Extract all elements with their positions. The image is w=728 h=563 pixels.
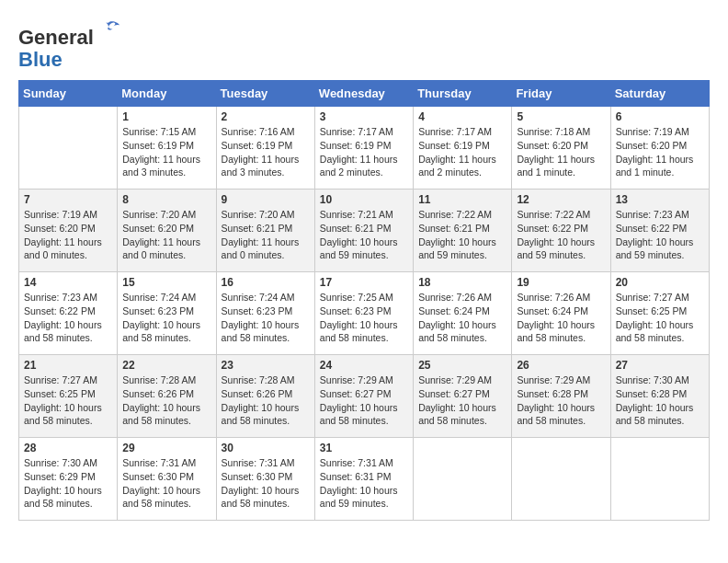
day-info: Sunrise: 7:19 AMSunset: 6:20 PMDaylight:… [616,125,704,179]
week-row-1: 1Sunrise: 7:15 AMSunset: 6:19 PMDaylight… [19,107,710,190]
day-cell: 29Sunrise: 7:31 AMSunset: 6:30 PMDayligh… [118,438,216,521]
weekday-saturday: Saturday [610,81,709,107]
day-cell: 13Sunrise: 7:23 AMSunset: 6:22 PMDayligh… [610,190,709,272]
day-cell: 15Sunrise: 7:24 AMSunset: 6:23 PMDayligh… [118,272,216,355]
day-cell: 26Sunrise: 7:29 AMSunset: 6:28 PMDayligh… [512,355,610,438]
day-info: Sunrise: 7:30 AMSunset: 6:28 PMDaylight:… [616,373,704,428]
day-cell: 18Sunrise: 7:26 AMSunset: 6:24 PMDayligh… [414,272,512,355]
day-cell: 14Sunrise: 7:23 AMSunset: 6:22 PMDayligh… [19,272,118,355]
day-number: 12 [517,193,605,206]
day-info: Sunrise: 7:15 AMSunset: 6:19 PMDaylight:… [122,125,210,179]
day-info: Sunrise: 7:20 AMSunset: 6:21 PMDaylight:… [222,208,310,262]
day-cell: 11Sunrise: 7:22 AMSunset: 6:21 PMDayligh… [414,190,512,272]
week-row-3: 14Sunrise: 7:23 AMSunset: 6:22 PMDayligh… [19,272,710,355]
day-cell: 28Sunrise: 7:30 AMSunset: 6:29 PMDayligh… [19,438,118,521]
day-number: 13 [616,193,704,206]
day-info: Sunrise: 7:22 AMSunset: 6:21 PMDaylight:… [418,208,506,262]
logo-general: General [18,26,94,49]
day-cell: 25Sunrise: 7:29 AMSunset: 6:27 PMDayligh… [414,355,512,438]
day-number: 10 [320,193,408,206]
day-info: Sunrise: 7:19 AMSunset: 6:20 PMDaylight:… [24,208,112,262]
day-number: 22 [122,359,210,372]
weekday-tuesday: Tuesday [216,81,314,107]
weekday-monday: Monday [118,81,216,107]
day-cell: 10Sunrise: 7:21 AMSunset: 6:21 PMDayligh… [314,190,413,272]
day-info: Sunrise: 7:31 AMSunset: 6:31 PMDaylight:… [320,456,408,511]
day-cell: 31Sunrise: 7:31 AMSunset: 6:31 PMDayligh… [314,438,413,521]
day-number: 28 [24,442,112,454]
week-row-2: 7Sunrise: 7:19 AMSunset: 6:20 PMDaylight… [19,190,710,272]
day-cell: 9Sunrise: 7:20 AMSunset: 6:21 PMDaylight… [216,190,314,272]
day-cell [19,107,118,190]
day-cell: 1Sunrise: 7:15 AMSunset: 6:19 PMDaylight… [118,107,216,190]
day-info: Sunrise: 7:26 AMSunset: 6:24 PMDaylight:… [517,291,605,345]
calendar-body: 1Sunrise: 7:15 AMSunset: 6:19 PMDaylight… [19,107,710,521]
day-number: 7 [24,193,112,206]
day-cell [610,438,709,521]
day-number: 4 [418,110,506,123]
day-number: 15 [122,276,210,289]
day-cell: 8Sunrise: 7:20 AMSunset: 6:20 PMDaylight… [118,190,216,272]
day-number: 18 [418,276,506,289]
day-number: 21 [24,359,112,372]
day-info: Sunrise: 7:17 AMSunset: 6:19 PMDaylight:… [320,125,408,179]
day-cell: 20Sunrise: 7:27 AMSunset: 6:25 PMDayligh… [610,272,709,355]
day-cell: 19Sunrise: 7:26 AMSunset: 6:24 PMDayligh… [512,272,610,355]
day-number: 29 [122,442,210,454]
day-cell: 22Sunrise: 7:28 AMSunset: 6:26 PMDayligh… [118,355,216,438]
day-cell: 24Sunrise: 7:29 AMSunset: 6:27 PMDayligh… [314,355,413,438]
day-number: 9 [222,193,310,206]
day-number: 6 [616,110,704,123]
day-cell: 16Sunrise: 7:24 AMSunset: 6:23 PMDayligh… [216,272,314,355]
day-cell: 27Sunrise: 7:30 AMSunset: 6:28 PMDayligh… [610,355,709,438]
day-cell: 4Sunrise: 7:17 AMSunset: 6:19 PMDaylight… [414,107,512,190]
day-cell: 17Sunrise: 7:25 AMSunset: 6:23 PMDayligh… [314,272,413,355]
day-cell [414,438,512,521]
day-number: 11 [418,193,506,206]
day-info: Sunrise: 7:29 AMSunset: 6:28 PMDaylight:… [517,373,605,428]
day-info: Sunrise: 7:18 AMSunset: 6:20 PMDaylight:… [517,125,605,179]
logo-blue: Blue [18,48,63,71]
day-number: 31 [320,442,408,454]
day-cell: 12Sunrise: 7:22 AMSunset: 6:22 PMDayligh… [512,190,610,272]
day-number: 19 [517,276,605,289]
day-number: 27 [616,359,704,372]
day-info: Sunrise: 7:27 AMSunset: 6:25 PMDaylight:… [616,291,704,345]
day-number: 20 [616,276,704,289]
calendar-table: SundayMondayTuesdayWednesdayThursdayFrid… [18,80,710,521]
day-number: 17 [320,276,408,289]
day-info: Sunrise: 7:16 AMSunset: 6:19 PMDaylight:… [222,125,310,179]
day-info: Sunrise: 7:29 AMSunset: 6:27 PMDaylight:… [320,373,408,428]
day-info: Sunrise: 7:23 AMSunset: 6:22 PMDaylight:… [24,291,112,345]
day-info: Sunrise: 7:25 AMSunset: 6:23 PMDaylight:… [320,291,408,345]
day-number: 24 [320,359,408,372]
weekday-sunday: Sunday [19,81,118,107]
day-cell: 3Sunrise: 7:17 AMSunset: 6:19 PMDaylight… [314,107,413,190]
day-cell: 23Sunrise: 7:28 AMSunset: 6:26 PMDayligh… [216,355,314,438]
day-number: 3 [320,110,408,123]
day-info: Sunrise: 7:30 AMSunset: 6:29 PMDaylight:… [24,456,112,511]
day-cell: 21Sunrise: 7:27 AMSunset: 6:25 PMDayligh… [19,355,118,438]
page-header: General Blue [18,18,710,71]
day-info: Sunrise: 7:22 AMSunset: 6:22 PMDaylight:… [517,208,605,262]
logo-bird-icon [96,18,121,44]
day-number: 16 [222,276,310,289]
day-info: Sunrise: 7:24 AMSunset: 6:23 PMDaylight:… [222,291,310,345]
day-info: Sunrise: 7:24 AMSunset: 6:23 PMDaylight:… [122,291,210,345]
day-number: 25 [418,359,506,372]
day-info: Sunrise: 7:27 AMSunset: 6:25 PMDaylight:… [24,373,112,428]
day-info: Sunrise: 7:21 AMSunset: 6:21 PMDaylight:… [320,208,408,262]
day-cell: 2Sunrise: 7:16 AMSunset: 6:19 PMDaylight… [216,107,314,190]
day-info: Sunrise: 7:31 AMSunset: 6:30 PMDaylight:… [222,456,310,511]
logo: General Blue [18,18,121,71]
day-cell: 6Sunrise: 7:19 AMSunset: 6:20 PMDaylight… [610,107,709,190]
week-row-5: 28Sunrise: 7:30 AMSunset: 6:29 PMDayligh… [19,438,710,521]
weekday-wednesday: Wednesday [314,81,413,107]
day-number: 30 [222,442,310,454]
day-number: 2 [222,110,310,123]
day-info: Sunrise: 7:28 AMSunset: 6:26 PMDaylight:… [222,373,310,428]
weekday-friday: Friday [512,81,610,107]
weekday-thursday: Thursday [414,81,512,107]
day-number: 1 [122,110,210,123]
day-cell: 7Sunrise: 7:19 AMSunset: 6:20 PMDaylight… [19,190,118,272]
